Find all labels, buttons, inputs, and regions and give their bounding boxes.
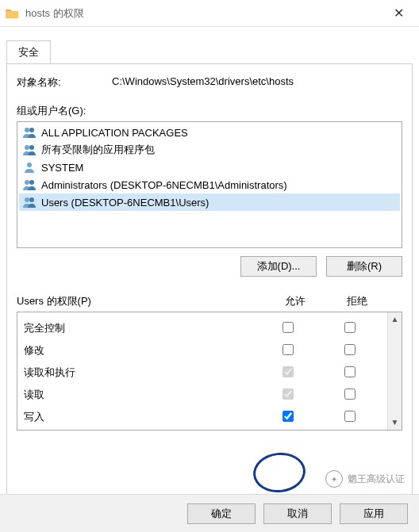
svg-point-1 — [29, 128, 34, 132]
apply-button[interactable]: 应用 — [340, 503, 408, 524]
deny-column-header: 拒绝 — [326, 294, 388, 308]
list-item-label: SYSTEM — [41, 162, 83, 174]
allow-checkbox[interactable] — [283, 411, 294, 422]
scroll-up-icon[interactable]: ▲ — [388, 312, 402, 327]
wechat-icon: ✦ — [325, 470, 343, 488]
permission-row: 修改 — [24, 339, 381, 362]
list-item-label: Administrators (DESKTOP-6NECMB1\Administ… — [41, 179, 287, 191]
close-button[interactable]: ✕ — [382, 6, 414, 21]
watermark-text: 魍王高级认证 — [348, 473, 405, 486]
svg-point-4 — [27, 163, 32, 167]
svg-point-5 — [25, 180, 29, 185]
folder-icon — [5, 6, 19, 21]
tab-strip: 安全 — [0, 27, 419, 63]
list-item-label: ALL APPLICATION PACKAGES — [41, 127, 188, 139]
allow-checkbox — [283, 366, 294, 377]
deny-checkbox[interactable] — [344, 411, 356, 422]
svg-point-7 — [25, 197, 29, 202]
list-item[interactable]: Administrators (DESKTOP-6NECMB1\Administ… — [19, 176, 400, 193]
allow-checkbox — [283, 388, 294, 400]
ok-button[interactable]: 确定 — [187, 503, 256, 524]
permission-name: 修改 — [24, 343, 257, 358]
watermark: ✦ 魍王高级认证 — [325, 470, 405, 488]
titlebar: hosts 的权限 ✕ — [0, 0, 419, 27]
object-name-value: C:\Windows\System32\drivers\etc\hosts — [112, 75, 402, 90]
group-icon — [22, 125, 37, 140]
group-icon — [22, 178, 37, 192]
permission-row: 完全控制 — [24, 317, 381, 339]
permission-row: 读取和执行 — [24, 362, 381, 384]
svg-point-3 — [29, 145, 34, 150]
list-item[interactable]: SYSTEM — [19, 159, 400, 176]
list-item-label: Users (DESKTOP-6NECMB1\Users) — [41, 197, 209, 209]
tab-panel: 对象名称: C:\Windows\System32\drivers\etc\ho… — [6, 63, 413, 503]
scrollbar[interactable]: ▲ ▼ — [387, 312, 402, 430]
scroll-down-icon[interactable]: ▼ — [388, 415, 402, 430]
list-item[interactable]: ALL APPLICATION PACKAGES — [19, 124, 400, 141]
permission-name: 读取和执行 — [24, 366, 257, 380]
deny-checkbox[interactable] — [344, 388, 356, 400]
allow-checkbox[interactable] — [283, 344, 294, 355]
deny-checkbox[interactable] — [344, 344, 356, 355]
svg-point-2 — [25, 145, 29, 150]
svg-point-8 — [29, 197, 34, 202]
list-item[interactable]: 所有受限制的应用程序包 — [19, 141, 400, 159]
list-item-label: 所有受限制的应用程序包 — [41, 143, 155, 157]
object-name-label: 对象名称: — [17, 75, 112, 90]
groups-listbox[interactable]: ALL APPLICATION PACKAGES所有受限制的应用程序包SYSTE… — [17, 121, 402, 248]
permission-name: 写入 — [24, 410, 257, 424]
add-button[interactable]: 添加(D)... — [240, 256, 317, 277]
allow-checkbox[interactable] — [283, 322, 294, 333]
group-icon — [22, 195, 37, 209]
permission-row: 写入 — [24, 406, 381, 428]
svg-point-6 — [29, 180, 34, 185]
deny-checkbox[interactable] — [344, 322, 356, 333]
permission-name: 完全控制 — [24, 321, 257, 335]
tab-security[interactable]: 安全 — [6, 40, 51, 64]
groups-label: 组或用户名(G): — [17, 104, 402, 118]
deny-checkbox[interactable] — [344, 366, 356, 377]
permission-name: 读取 — [24, 388, 257, 402]
group-icon — [22, 143, 37, 157]
list-item[interactable]: Users (DESKTOP-6NECMB1\Users) — [19, 193, 400, 211]
window-title: hosts 的权限 — [25, 6, 382, 21]
permission-row: 读取 — [24, 384, 381, 406]
permissions-box: 完全控制修改读取和执行读取写入 ▲ ▼ — [17, 312, 402, 431]
allow-column-header: 允许 — [264, 294, 326, 308]
permissions-label: Users 的权限(P) — [17, 294, 264, 308]
svg-point-0 — [25, 128, 29, 132]
user-icon — [22, 160, 37, 174]
dialog-footer: 确定 取消 应用 — [0, 494, 419, 532]
cancel-button[interactable]: 取消 — [263, 503, 332, 524]
remove-button[interactable]: 删除(R) — [326, 256, 402, 277]
hand-drawn-circle-annotation — [252, 450, 308, 496]
